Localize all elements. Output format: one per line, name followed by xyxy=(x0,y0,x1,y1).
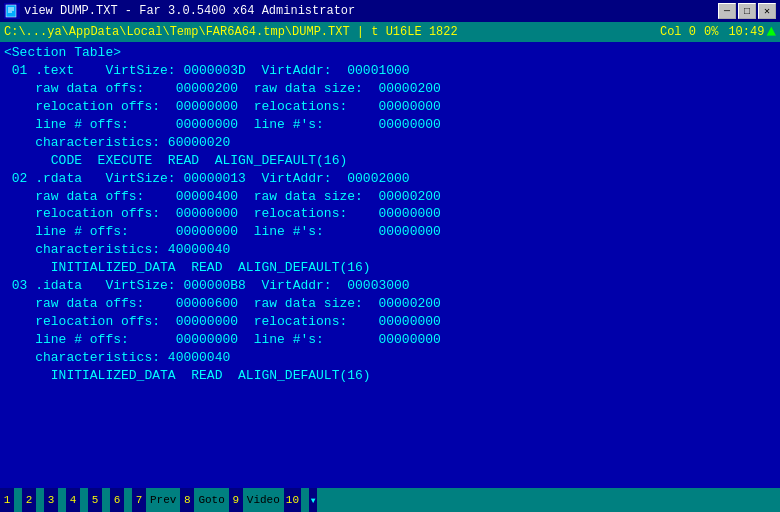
content-line: 01 .text VirtSize: 0000003D VirtAddr: 00… xyxy=(4,62,776,80)
content-line: raw data offs: 00000200 raw data size: 0… xyxy=(4,80,776,98)
fn-label-10 xyxy=(301,488,309,512)
fn-num-3: 3 xyxy=(44,488,58,512)
content-line: characteristics: 40000040 xyxy=(4,241,776,259)
scroll-indicator: ▼ xyxy=(309,488,317,512)
app-icon xyxy=(4,3,20,19)
fn-label-9: Video xyxy=(243,488,284,512)
fn-num-6: 6 xyxy=(110,488,124,512)
content-line: CODE EXECUTE READ ALIGN_DEFAULT(16) xyxy=(4,152,776,170)
fn-label-2 xyxy=(36,488,44,512)
content-line: 03 .idata VirtSize: 000000B8 VirtAddr: 0… xyxy=(4,277,776,295)
fn-button-3[interactable]: 3 xyxy=(44,488,66,512)
fn-label-8: Goto xyxy=(194,488,228,512)
fn-num-5: 5 xyxy=(88,488,102,512)
content-line: INITIALIZED_DATA READ ALIGN_DEFAULT(16) xyxy=(4,259,776,277)
fn-num-7: 7 xyxy=(132,488,146,512)
fn-label-7: Prev xyxy=(146,488,180,512)
fn-button-5[interactable]: 5 xyxy=(88,488,110,512)
content-line: line # offs: 00000000 line #'s: 00000000 xyxy=(4,116,776,134)
fn-label-3 xyxy=(58,488,66,512)
fn-button-1[interactable]: 1 xyxy=(0,488,22,512)
fn-button-7[interactable]: 7Prev xyxy=(132,488,180,512)
content-line: raw data offs: 00000600 raw data size: 0… xyxy=(4,295,776,313)
fn-button-9[interactable]: 9Video xyxy=(229,488,284,512)
fn-button-4[interactable]: 4 xyxy=(66,488,88,512)
content-line: 02 .rdata VirtSize: 00000013 VirtAddr: 0… xyxy=(4,170,776,188)
path-bar: C:\...ya\AppData\Local\Temp\FAR6A64.tmp\… xyxy=(0,22,780,42)
main-content: <Section Table> 01 .text VirtSize: 00000… xyxy=(0,42,780,488)
fn-num-10: 10 xyxy=(284,488,301,512)
col-label: Col 0 xyxy=(660,25,696,39)
fn-button-6[interactable]: 6 xyxy=(110,488,132,512)
fn-label-5 xyxy=(102,488,110,512)
fn-button-10[interactable]: 10 xyxy=(284,488,309,512)
scroll-arrow: ▲ xyxy=(766,23,776,41)
content-line: INITIALIZED_DATA READ ALIGN_DEFAULT(16) xyxy=(4,367,776,385)
content-line: line # offs: 00000000 line #'s: 00000000 xyxy=(4,331,776,349)
fn-num-1: 1 xyxy=(0,488,14,512)
minimize-button[interactable]: ─ xyxy=(718,3,736,19)
time-display: 10:49 xyxy=(728,25,764,39)
window-title: view DUMP.TXT - Far 3.0.5400 x64 Adminis… xyxy=(24,4,718,18)
percent-display: 0% xyxy=(704,25,718,39)
svg-rect-0 xyxy=(6,5,16,17)
content-line: characteristics: 60000020 xyxy=(4,134,776,152)
fn-num-8: 8 xyxy=(180,488,194,512)
content-line: raw data offs: 00000400 raw data size: 0… xyxy=(4,188,776,206)
fn-num-4: 4 xyxy=(66,488,80,512)
fn-button-2[interactable]: 2 xyxy=(22,488,44,512)
fn-button-8[interactable]: 8Goto xyxy=(180,488,228,512)
restore-button[interactable]: □ xyxy=(738,3,756,19)
file-path: C:\...ya\AppData\Local\Temp\FAR6A64.tmp\… xyxy=(4,25,660,39)
content-line: relocation offs: 00000000 relocations: 0… xyxy=(4,313,776,331)
title-bar: view DUMP.TXT - Far 3.0.5400 x64 Adminis… xyxy=(0,0,780,22)
content-line: line # offs: 00000000 line #'s: 00000000 xyxy=(4,223,776,241)
fn-label-6 xyxy=(124,488,132,512)
content-line: relocation offs: 00000000 relocations: 0… xyxy=(4,98,776,116)
fn-label-4 xyxy=(80,488,88,512)
bottom-bar: 1234567Prev8Goto9Video10▼ xyxy=(0,488,780,512)
fn-num-2: 2 xyxy=(22,488,36,512)
window-controls: ─ □ ✕ xyxy=(718,3,776,19)
close-button[interactable]: ✕ xyxy=(758,3,776,19)
content-line: characteristics: 40000040 xyxy=(4,349,776,367)
fn-label-1 xyxy=(14,488,22,512)
content-line: <Section Table> xyxy=(4,44,776,62)
fn-num-9: 9 xyxy=(229,488,243,512)
content-line: relocation offs: 00000000 relocations: 0… xyxy=(4,205,776,223)
